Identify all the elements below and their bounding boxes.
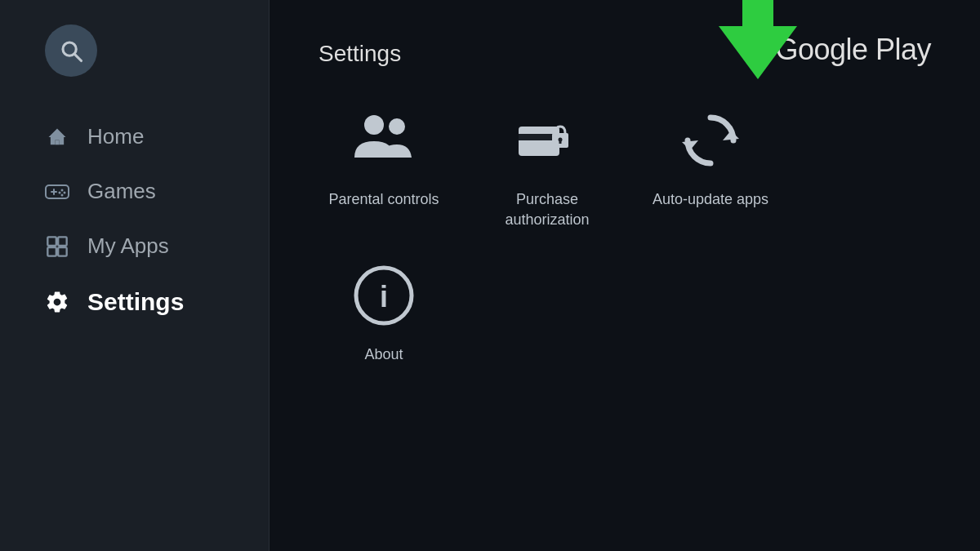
svg-point-10 [61, 193, 64, 196]
games-icon [45, 180, 69, 204]
my-apps-icon [45, 234, 69, 259]
svg-rect-21 [559, 140, 562, 144]
sidebar-item-settings[interactable]: Settings [0, 273, 269, 331]
settings-grid: Parental controls Purchase authorization [318, 108, 931, 366]
arrow-shaft [742, 0, 773, 26]
search-button[interactable] [45, 24, 97, 77]
google-play-logo: Google Play [775, 33, 931, 67]
svg-point-16 [389, 118, 405, 135]
home-icon [45, 125, 69, 149]
svg-point-9 [59, 191, 61, 193]
sidebar-item-my-apps[interactable]: My Apps [0, 219, 269, 273]
settings-item-about[interactable]: i About [318, 263, 449, 365]
sidebar-nav: Home Games [0, 109, 269, 331]
sidebar-games-label: Games [87, 179, 156, 204]
svg-marker-23 [682, 140, 698, 150]
svg-text:i: i [380, 280, 388, 313]
svg-point-8 [64, 191, 66, 193]
svg-point-15 [364, 115, 384, 135]
svg-marker-22 [723, 131, 739, 140]
svg-rect-14 [58, 247, 67, 256]
sidebar-settings-label: Settings [87, 288, 184, 316]
svg-rect-12 [58, 237, 67, 246]
auto-update-icon [678, 108, 743, 173]
sidebar: Home Games [0, 0, 270, 551]
sidebar-item-games[interactable]: Games [0, 164, 269, 219]
main-content: Google Play Settings Parental controls [270, 0, 980, 551]
settings-icon [45, 290, 69, 314]
svg-rect-3 [56, 140, 60, 144]
parental-controls-label: Parental controls [328, 189, 439, 210]
auto-update-label: Auto-update apps [653, 189, 768, 210]
search-icon [59, 38, 83, 63]
purchase-authorization-icon [514, 108, 580, 173]
about-icon: i [351, 263, 416, 328]
svg-line-1 [74, 54, 81, 60]
svg-rect-13 [47, 247, 56, 256]
arrow-head [719, 26, 797, 79]
parental-controls-icon [351, 108, 416, 173]
sidebar-home-label: Home [87, 124, 144, 149]
settings-item-parental-controls[interactable]: Parental controls [318, 108, 449, 230]
settings-item-purchase-authorization[interactable]: Purchase authorization [482, 108, 612, 230]
purchase-authorization-label: Purchase authorization [482, 189, 612, 230]
svg-rect-11 [47, 237, 56, 246]
sidebar-myapps-label: My Apps [87, 233, 169, 259]
about-label: About [364, 344, 403, 365]
settings-item-auto-update[interactable]: Auto-update apps [645, 108, 776, 230]
svg-point-7 [61, 189, 64, 191]
sidebar-item-home[interactable]: Home [0, 109, 269, 164]
green-arrow [719, 0, 797, 79]
